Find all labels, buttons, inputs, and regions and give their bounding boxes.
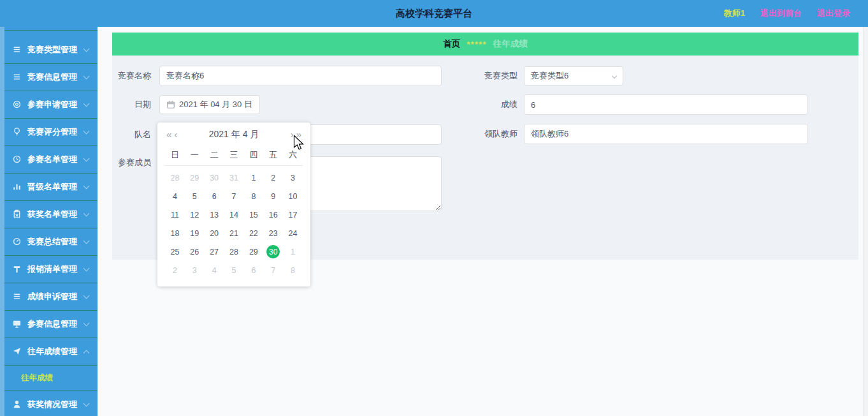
day-cell[interactable]: 22 — [243, 224, 263, 242]
day-cell[interactable]: 11 — [165, 205, 185, 224]
sidebar: 竞赛类型管理竞赛信息管理参赛申请管理竞赛评分管理参赛名单管理晋级名单管理获奖名单… — [0, 27, 98, 416]
day-cell[interactable]: 2 — [263, 168, 283, 187]
sidebar-item-label: 竞赛总结管理 — [27, 236, 77, 248]
sidebar-item-3[interactable]: 竞赛评分管理 — [4, 119, 98, 146]
members-label: 参赛成员 — [112, 156, 151, 169]
team-leader-input[interactable] — [524, 124, 808, 144]
disc-icon — [12, 100, 22, 110]
month-select-link[interactable]: 4 月 — [243, 129, 259, 139]
breadcrumb-home[interactable]: 首页 — [443, 38, 460, 50]
breadcrumb-current: 往年成绩 — [493, 38, 528, 50]
day-cell[interactable]: 28 — [165, 168, 185, 187]
sidebar-submenu: 往年成绩 — [4, 366, 98, 391]
day-cell[interactable]: 17 — [283, 205, 303, 224]
day-cell[interactable]: 10 — [283, 187, 303, 205]
weekday-header: 日一二三四五六 — [165, 147, 303, 166]
current-user-link[interactable]: 教师1 — [724, 8, 745, 19]
prev-year-button[interactable]: « — [165, 123, 173, 147]
day-cell[interactable]: 28 — [224, 242, 244, 261]
day-cell-selected[interactable]: 30 — [263, 242, 283, 261]
sidebar-item-2[interactable]: 参赛申请管理 — [4, 91, 98, 119]
bar-chart-icon — [12, 182, 22, 192]
main-scrollbar[interactable] — [863, 27, 868, 416]
day-cell[interactable]: 3 — [283, 168, 303, 187]
sidebar-item-label: 报销清单管理 — [27, 264, 77, 275]
day-cell[interactable]: 2 — [165, 261, 185, 279]
sidebar-item-6[interactable]: 获奖名单管理 — [4, 201, 98, 228]
competition-type-select[interactable]: 竞赛类型6 — [524, 66, 623, 85]
sidebar-item-10[interactable]: 参赛信息管理 — [4, 311, 98, 338]
day-cell[interactable]: 21 — [224, 224, 244, 242]
chevron-up-icon — [83, 350, 90, 357]
sidebar-item-label: 晋级名单管理 — [27, 181, 77, 193]
day-cell[interactable]: 4 — [205, 261, 224, 279]
date-input[interactable]: 2021 年 04 月 30 日 — [159, 95, 260, 114]
sidebar-item-1[interactable]: 竞赛信息管理 — [4, 64, 98, 91]
chevron-down-icon — [83, 211, 90, 217]
score-input[interactable] — [524, 94, 808, 115]
day-cell[interactable]: 7 — [224, 187, 244, 205]
sidebar-menu: 竞赛类型管理竞赛信息管理参赛申请管理竞赛评分管理参赛名单管理晋级名单管理获奖名单… — [4, 36, 98, 416]
competition-name-input[interactable] — [159, 66, 442, 86]
sidebar-subitem-active[interactable]: 往年成绩 — [4, 366, 98, 390]
weekday-label: 三 — [224, 149, 244, 161]
prev-month-button[interactable]: ‹ — [173, 123, 178, 147]
logout-link[interactable]: 退出登录 — [817, 8, 850, 19]
day-cell[interactable]: 14 — [224, 205, 244, 224]
sidebar-scrollbar[interactable] — [0, 27, 4, 416]
day-cell[interactable]: 6 — [205, 187, 224, 205]
score-label: 成绩 — [469, 94, 517, 115]
day-cell[interactable]: 31 — [224, 168, 244, 187]
year-select-link[interactable]: 2021 年 — [209, 129, 240, 139]
day-cell[interactable]: 29 — [185, 168, 205, 187]
sidebar-item-12[interactable]: 获奖情况管理 — [4, 391, 98, 416]
day-cell[interactable]: 5 — [224, 261, 244, 279]
day-cell[interactable]: 30 — [205, 168, 224, 187]
day-cell[interactable]: 20 — [205, 224, 224, 242]
chevron-down-icon — [83, 238, 90, 244]
day-cell[interactable]: 8 — [243, 187, 263, 205]
day-cell[interactable]: 25 — [165, 242, 185, 261]
day-cell[interactable]: 8 — [283, 261, 303, 279]
next-month-button[interactable]: › — [289, 123, 295, 147]
day-cell[interactable]: 3 — [185, 261, 205, 279]
day-cell[interactable]: 12 — [185, 205, 205, 224]
sidebar-item-7[interactable]: 竞赛总结管理 — [4, 228, 98, 256]
day-cell[interactable]: 6 — [243, 261, 263, 279]
sidebar-item-label: 竞赛信息管理 — [27, 71, 77, 83]
sidebar-item-4[interactable]: 参赛名单管理 — [4, 146, 98, 174]
exit-to-front-link[interactable]: 退出到前台 — [760, 8, 802, 19]
day-cell[interactable]: 24 — [283, 224, 303, 242]
list-icon — [12, 72, 22, 82]
competition-name-label: 竞赛名称 — [112, 66, 151, 86]
day-cell[interactable]: 15 — [243, 205, 263, 224]
day-cell[interactable]: 4 — [165, 187, 185, 205]
day-cell[interactable]: 13 — [205, 205, 224, 224]
day-cell[interactable]: 16 — [263, 205, 283, 224]
sidebar-item-8[interactable]: 报销清单管理 — [4, 256, 98, 283]
chevron-down-icon — [83, 401, 90, 407]
day-cell[interactable]: 23 — [263, 224, 283, 242]
day-cell[interactable]: 19 — [185, 224, 205, 242]
weekday-label: 日 — [165, 149, 185, 161]
day-cell[interactable]: 5 — [185, 187, 205, 205]
podium-icon — [12, 264, 22, 274]
breadcrumb-separator: ***** — [467, 40, 486, 49]
sidebar-item-5[interactable]: 晋级名单管理 — [4, 174, 98, 201]
day-cell[interactable]: 1 — [243, 168, 263, 187]
chevron-down-icon — [83, 46, 90, 52]
day-cell[interactable]: 9 — [263, 187, 283, 205]
day-cell[interactable]: 26 — [185, 242, 205, 261]
sidebar-item-label: 获奖情况管理 — [27, 399, 77, 410]
day-cell[interactable]: 1 — [283, 242, 303, 261]
next-year-button[interactable]: » — [295, 123, 303, 147]
day-cell[interactable]: 27 — [205, 242, 224, 261]
sidebar-item-11[interactable]: 往年成绩管理 — [4, 338, 98, 366]
weekday-label: 五 — [263, 149, 283, 161]
sidebar-item-0[interactable]: 竞赛类型管理 — [4, 36, 98, 64]
day-cell[interactable]: 29 — [243, 242, 263, 261]
day-cell[interactable]: 18 — [165, 224, 185, 242]
sidebar-item-9[interactable]: 成绩申诉管理 — [4, 283, 98, 311]
day-cell[interactable]: 7 — [263, 261, 283, 279]
sidebar-item-label: 获奖名单管理 — [27, 209, 77, 220]
